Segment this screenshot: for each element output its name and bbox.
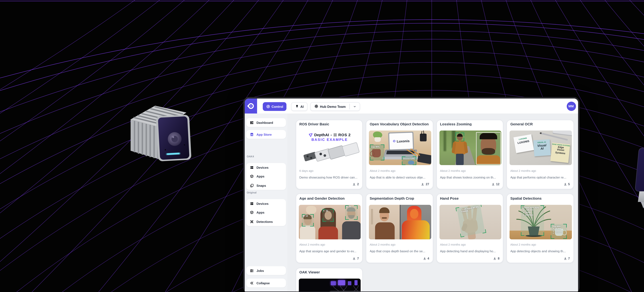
sidebar-item-label: Apps: [256, 211, 264, 214]
zoomed-face-panel: [476, 132, 500, 165]
app-card-hand-pose[interactable]: Hand Pose Left Hand 90.3% THREE: [436, 194, 503, 263]
split-divider: [400, 205, 400, 239]
detection-box-man: M; 55: [345, 205, 357, 220]
avatar-initials: MM: [568, 104, 574, 108]
sidebar-item-detections[interactable]: Detections: [246, 217, 286, 226]
control-button[interactable]: Control: [263, 102, 286, 111]
gear-icon: [314, 104, 318, 108]
tree: [443, 130, 446, 151]
download-count: 12: [491, 183, 500, 186]
detection-box-boy: M; 10: [302, 214, 314, 226]
card-title: Open Vocabulary Object Detection: [370, 122, 430, 126]
plant-detection-labels: potted plant 92% x: -120 mm y: -5mm z: 1…: [523, 207, 539, 217]
app-card-segmentation-depth-crop[interactable]: Segmentation Depth Crop: [366, 194, 433, 263]
plus-sign: +: [330, 133, 332, 136]
card-title: Segmentation Depth Crop: [370, 196, 430, 200]
app-card-lossless-zooming[interactable]: Lossless Zooming: [436, 119, 503, 189]
luxonis-logo[interactable]: [245, 98, 257, 113]
device-outline: [328, 291, 361, 291]
ros2-wordmark: ROS 2: [338, 132, 351, 137]
sidebar-item-devices-original[interactable]: Devices: [246, 199, 286, 208]
app-card-oak-viewer[interactable]: OAK Viewer: [296, 267, 363, 291]
card-description: App that crops depth based on the se...: [370, 249, 430, 253]
card-thumbnail: LUXONIS LUXONIS VISUAL AI Visual AI: [510, 130, 572, 165]
ai-label: AI: [300, 104, 304, 108]
download-number: 7: [357, 257, 359, 260]
team-switcher[interactable]: Hub Demo Team: [310, 102, 360, 111]
face-detection-box: [455, 132, 464, 141]
sidebar-item-dashboard[interactable]: Dashboard: [246, 118, 286, 127]
sidebar-item-label: Dashboard: [256, 121, 273, 124]
app-card-spatial-detections[interactable]: Spatial Detections: [506, 194, 574, 263]
sidebar-card-oak4: Devices Apps Snaps: [246, 163, 286, 190]
sidebar-item-app-store[interactable]: App Store: [246, 130, 286, 139]
card-thumbnail: [298, 278, 361, 291]
ros2-dots-icon: [334, 133, 337, 137]
card-title: OAK Viewer: [299, 270, 359, 274]
sidebar-item-apps[interactable]: Apps: [246, 172, 286, 181]
detection-label: cup 84%: [553, 225, 562, 228]
ai-button[interactable]: AI: [291, 102, 308, 111]
card-timestamp: About 2 months ago: [299, 243, 325, 246]
card-timestamp: About 2 months ago: [510, 169, 536, 172]
download-icon: [352, 257, 356, 260]
app-store-content: ROS Driver Basic DepthAI + ROS 2 BASIC E…: [287, 113, 578, 291]
lightbulb-icon: [295, 104, 298, 108]
app-header: Control AI: [245, 98, 578, 114]
sidebar-card-jobs: Jobs: [246, 266, 286, 275]
sidebar-item-label: Collapse: [256, 281, 270, 285]
sidebar-item-jobs[interactable]: Jobs: [246, 266, 286, 275]
download-count: 4: [423, 257, 429, 260]
card-timestamp: About 2 months ago: [370, 169, 396, 172]
sidebar-item-label: Snaps: [256, 184, 266, 187]
aperture-icon: [266, 104, 270, 108]
chevron-down-icon: [353, 104, 356, 108]
download-number: 12: [496, 183, 500, 186]
sidebar-card-original: Devices Apps Detections: [246, 199, 286, 226]
download-icon: [423, 257, 426, 260]
download-number: 7: [568, 257, 570, 260]
sidebar-item-devices[interactable]: Devices: [246, 163, 286, 172]
card-thumbnail: Luxonis: [369, 130, 431, 165]
download-number: 8: [498, 257, 500, 260]
detection-box-cup: cup 90%: [370, 144, 384, 161]
circuit-chip: [354, 280, 357, 285]
control-label: Control: [272, 104, 283, 108]
card-description: App that performs optical character re..…: [510, 175, 570, 179]
card-thumbnail: potted plant 92% x: -120 mm y: -5mm z: 1…: [510, 205, 572, 239]
card-title: Hand Pose: [440, 196, 500, 200]
photo-half: [369, 205, 400, 239]
user-avatar[interactable]: MM: [566, 101, 576, 111]
package-icon: [250, 174, 254, 178]
card-description: App detecting objects and showing th...: [510, 249, 570, 253]
card-title: ROS Driver Basic: [299, 122, 359, 126]
card-thumbnail: Left Hand 90.3% THREE: [439, 205, 501, 239]
card-timestamp: About 2 months ago: [370, 243, 396, 246]
jobs-list-icon: [250, 268, 254, 272]
sidebar-card-dashboard: Dashboard: [246, 118, 286, 127]
detection-label: z: 1550mm: [523, 214, 539, 217]
download-number: 27: [426, 183, 429, 186]
luxonis-ring-icon: [392, 139, 396, 143]
detection-label: z: 1510mm: [553, 232, 562, 235]
detection-box-woman: F; 32: [322, 209, 334, 222]
app-card-ros-driver-basic[interactable]: ROS Driver Basic DepthAI + ROS 2 BASIC E…: [296, 119, 363, 189]
sidebar-item-snaps[interactable]: Snaps: [246, 181, 286, 190]
cup-detection-labels: cup 84% x: 70 mm y: -120mm z: 1510mm: [553, 225, 562, 235]
app-card-age-gender-detection[interactable]: Age and Gender Detection M; 10: [296, 194, 363, 263]
download-number: 5: [568, 183, 570, 186]
app-card-general-ocr[interactable]: General OCR LUXONIS LUXONIS VISUAL AI: [506, 119, 574, 189]
sidebar-collapse-button[interactable]: Collapse: [246, 278, 286, 287]
detection-label: x: 70 mm: [553, 228, 562, 230]
app-card-open-vocabulary-object-detection[interactable]: Open Vocabulary Object Detection Luxonis: [366, 119, 433, 189]
sidebar-item-apps-original[interactable]: Apps: [246, 208, 286, 217]
basic-example-label: BASIC EXAMPLE: [298, 137, 361, 141]
download-icon: [564, 257, 567, 260]
depthai-wordmark: DepthAI: [314, 132, 329, 137]
server-icon: [250, 165, 254, 169]
plant-pot: [374, 137, 381, 142]
team-label: Hub Demo Team: [320, 104, 346, 108]
package-icon: [250, 211, 254, 214]
copy-files-icon: [250, 183, 254, 187]
card-title: Spatial Detections: [510, 196, 570, 200]
